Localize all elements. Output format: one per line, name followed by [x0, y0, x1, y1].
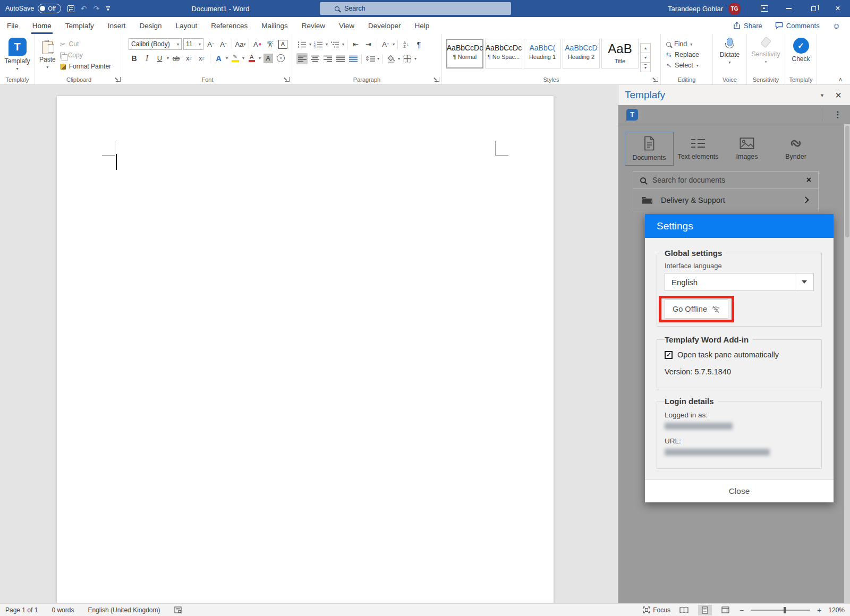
line-spacing-button[interactable]: ⇕ — [364, 53, 376, 64]
proofing-icon[interactable] — [174, 606, 182, 614]
share-button[interactable]: Share — [733, 22, 762, 30]
pane-scrollbar-thumb[interactable] — [845, 126, 849, 237]
sort-button[interactable]: AZ↓ — [401, 39, 412, 50]
superscript-button[interactable]: x2 — [196, 53, 207, 64]
font-color-button[interactable]: A — [246, 53, 257, 64]
tab-review[interactable]: Review — [295, 17, 332, 34]
numbering-button[interactable]: 123 — [313, 39, 324, 50]
cut-button[interactable]: ✂Cut — [60, 39, 111, 49]
replace-button[interactable]: ⇆Replace — [666, 51, 712, 58]
chevron-down-icon[interactable]: ▾ — [167, 56, 169, 61]
chevron-down-icon[interactable]: ▾ — [226, 56, 228, 61]
distribute-button[interactable] — [347, 53, 359, 64]
chevron-down-icon[interactable]: ▾ — [242, 56, 244, 61]
chevron-down-icon[interactable]: ▾ — [414, 56, 416, 61]
tab-developer[interactable]: Developer — [361, 17, 408, 34]
task-pane-close-icon[interactable]: × — [835, 90, 842, 100]
bullets-button[interactable] — [296, 39, 308, 50]
comments-button[interactable]: Comments — [775, 22, 820, 30]
style-no-spacing[interactable]: AaBbCcDc¶ No Spac... — [485, 39, 522, 69]
user-name[interactable]: Tarandeep Gohlar — [668, 5, 723, 13]
grow-font-button[interactable]: Aˆ — [205, 39, 216, 50]
customize-quick-access-icon[interactable]: ▾ — [106, 6, 110, 11]
underline-button[interactable]: U — [154, 53, 165, 64]
restore-button[interactable] — [801, 0, 826, 17]
zoom-in-button[interactable]: + — [817, 606, 821, 614]
tab-mailings[interactable]: Mailings — [254, 17, 295, 34]
character-shading-button[interactable]: A — [262, 53, 274, 64]
align-right-button[interactable] — [322, 53, 333, 64]
go-offline-button[interactable]: Go Offline — [665, 300, 728, 319]
page-count[interactable]: Page 1 of 1 — [5, 606, 38, 614]
style-normal[interactable]: AaBbCcDc¶ Normal — [446, 39, 483, 69]
chevron-down-icon[interactable]: ▾ — [342, 42, 344, 47]
settings-close-button[interactable]: Close — [645, 480, 834, 502]
find-button[interactable]: Find▾ — [666, 40, 712, 48]
clipboard-dialog-launcher-icon[interactable] — [116, 77, 121, 82]
tab-help[interactable]: Help — [408, 17, 437, 34]
tab-view[interactable]: View — [332, 17, 361, 34]
language-indicator[interactable]: English (United Kingdom) — [88, 606, 160, 614]
select-button[interactable]: ↖Select▾ — [666, 62, 712, 69]
kebab-menu-icon[interactable]: ⋮ — [834, 109, 842, 119]
bold-button[interactable]: B — [129, 53, 140, 64]
decrease-indent-button[interactable]: ⇤ — [350, 39, 361, 50]
strikethrough-button[interactable]: ab — [171, 53, 182, 64]
chevron-down-icon[interactable]: ▾ — [326, 42, 328, 47]
focus-mode-button[interactable]: Focus — [643, 606, 670, 614]
borders-button[interactable] — [402, 53, 413, 64]
zoom-slider-thumb[interactable] — [784, 607, 786, 613]
close-button[interactable]: × — [826, 0, 850, 17]
zoom-slider[interactable] — [751, 610, 810, 611]
tab-design[interactable]: Design — [133, 17, 169, 34]
highlight-button[interactable]: ✎ — [230, 53, 241, 64]
show-paragraph-marks-button[interactable]: ¶ — [413, 39, 424, 50]
chevron-down-icon[interactable]: ▾ — [398, 56, 400, 61]
style-title[interactable]: AaBTitle — [601, 39, 639, 69]
tab-layout[interactable]: Layout — [169, 17, 205, 34]
autosave-toggle[interactable]: AutoSave Off — [5, 4, 61, 13]
multilevel-list-button[interactable] — [329, 39, 341, 50]
zoom-level[interactable]: 120% — [828, 606, 845, 614]
tab-insert[interactable]: Insert — [101, 17, 133, 34]
shading-button[interactable] — [385, 53, 396, 64]
dictate-button[interactable]: Dictate ▾ — [713, 34, 746, 65]
chevron-down-icon[interactable]: ▾ — [259, 56, 261, 61]
task-pane-options-chevron-icon[interactable]: ▾ — [809, 92, 836, 99]
clear-formatting-button[interactable]: A◆ — [252, 39, 263, 50]
style-heading-1[interactable]: AaBbC(Heading 1 — [524, 39, 561, 69]
print-layout-button[interactable] — [698, 605, 712, 615]
styles-scroll-down-icon[interactable]: ▾ — [640, 53, 651, 63]
chevron-down-icon[interactable]: ▾ — [377, 56, 379, 61]
collapse-ribbon-icon[interactable]: ∧ — [838, 76, 843, 83]
tab-bynder[interactable]: Bynder — [771, 132, 820, 166]
tab-templafy[interactable]: Templafy — [58, 17, 101, 34]
ribbon-display-options-button[interactable] — [752, 0, 777, 17]
styles-scroll-up-icon[interactable]: ▴ — [640, 43, 651, 53]
character-border-button[interactable]: A — [277, 39, 288, 50]
styles-dialog-launcher-icon[interactable] — [653, 77, 658, 82]
tab-images[interactable]: Images — [722, 132, 771, 166]
zoom-out-button[interactable]: − — [740, 606, 744, 614]
undo-icon[interactable]: ↶ — [81, 4, 87, 13]
checkbox-checked-icon[interactable]: ✓ — [665, 351, 673, 359]
word-count[interactable]: 0 words — [52, 606, 74, 614]
chevron-down-icon[interactable]: ▾ — [309, 42, 311, 47]
font-dialog-launcher-icon[interactable] — [285, 77, 290, 82]
feedback-smiley-icon[interactable]: ☺ — [832, 21, 840, 30]
tab-file[interactable]: File — [0, 17, 26, 34]
chevron-down-icon[interactable]: ▾ — [393, 42, 395, 47]
search-box[interactable]: Search — [320, 2, 511, 15]
text-effects-button[interactable]: A — [213, 53, 224, 64]
interface-language-select[interactable]: English — [665, 273, 814, 291]
paste-button[interactable]: Paste ▾ — [39, 37, 56, 71]
style-heading-2[interactable]: AaBbCcDHeading 2 — [563, 39, 600, 69]
align-center-button[interactable] — [309, 53, 320, 64]
change-case-button[interactable]: Aa▾ — [235, 39, 246, 50]
save-icon[interactable] — [67, 5, 74, 12]
templafy-pane-button[interactable]: T Templafy ▾ — [0, 34, 35, 71]
format-painter-button[interactable]: Format Painter — [60, 62, 111, 71]
redo-icon[interactable]: ↷ — [93, 4, 99, 13]
font-size-combo[interactable]: 11▾ — [183, 38, 203, 50]
clear-search-icon[interactable]: × — [806, 175, 811, 185]
